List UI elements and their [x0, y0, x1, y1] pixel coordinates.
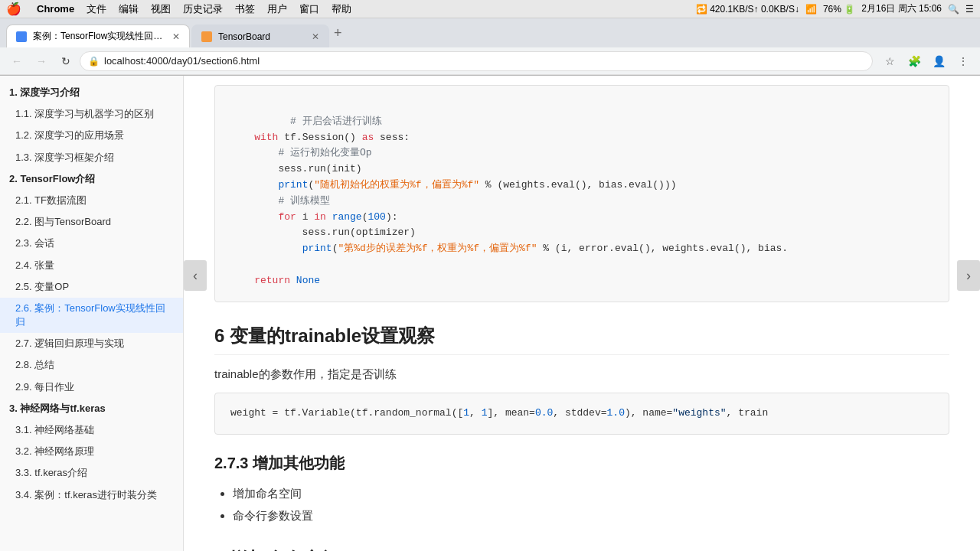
- section6-para: trainable的参数作用，指定是否训练: [214, 364, 949, 384]
- address-bar[interactable]: 🔒 localhost:4000/day01/section6.html: [80, 51, 873, 71]
- back-button[interactable]: ←: [6, 51, 28, 72]
- chrome-menu-icon[interactable]: ⋮: [952, 51, 974, 72]
- menubar-user[interactable]: 用户: [267, 2, 287, 16]
- menubar-bookmark[interactable]: 书签: [235, 2, 255, 16]
- tab-2[interactable]: TensorBoard ✕: [191, 24, 329, 47]
- new-tab-button[interactable]: +: [334, 25, 342, 41]
- sidebar-item-s2-7[interactable]: 2.7. 逻辑回归原理与实现: [0, 333, 183, 354]
- sidebar-item-s2-6[interactable]: 2.6. 案例：TensorFlow实现线性回归: [0, 298, 183, 333]
- sidebar-item-s3[interactable]: 3. 神经网络与tf.keras: [0, 398, 183, 419]
- content-area: # 开启会话进行训练 with tf.Session() as sess: # …: [184, 76, 980, 551]
- sidebar-item-s1[interactable]: 1. 深度学习介绍: [0, 82, 183, 103]
- bookmark-star-icon[interactable]: ☆: [879, 51, 900, 72]
- section6-title: 6 变量的trainable设置观察: [214, 324, 949, 355]
- bullet-item-2: 命令行参数设置: [233, 505, 949, 526]
- datetime: 2月16日 周六 15:06: [861, 2, 942, 15]
- sidebar-item-s2-8[interactable]: 2.8. 总结: [0, 354, 183, 376]
- menubar-view[interactable]: 视图: [151, 2, 171, 16]
- sidebar-item-s3-3[interactable]: 3.3. tf.keras介绍: [0, 462, 183, 484]
- tab1-favicon: [16, 31, 27, 42]
- menubar-edit[interactable]: 编辑: [119, 2, 139, 16]
- wifi-icon: 📶: [805, 4, 817, 15]
- sidebar: 1. 深度学习介绍 1.1. 深度学习与机器学习的区别 1.2. 深度学习的应用…: [0, 76, 184, 551]
- network-speed: 🔁 420.1KB/S↑ 0.0KB/S↓: [696, 4, 799, 15]
- control-center-icon[interactable]: ☰: [965, 4, 974, 15]
- prev-arrow[interactable]: ‹: [184, 260, 207, 291]
- reload-button[interactable]: ↻: [55, 51, 77, 72]
- next-arrow[interactable]: ›: [957, 260, 980, 291]
- sidebar-item-s3-4[interactable]: 3.4. 案例：tf.keras进行时装分类: [0, 484, 183, 506]
- menubar-chrome[interactable]: Chrome: [37, 3, 74, 15]
- sidebar-item-s2-9[interactable]: 2.9. 每日作业: [0, 377, 183, 398]
- menubar-help[interactable]: 帮助: [332, 2, 351, 16]
- bullet-item-1: 增加命名空间: [233, 483, 949, 504]
- nav-right-icons: ☆ 🧩 👤 ⋮: [879, 51, 974, 72]
- sidebar-item-s1-3[interactable]: 1.3. 深度学习框架介绍: [0, 147, 183, 168]
- tab2-title: TensorBoard: [218, 31, 305, 42]
- section2-namespace-title: 2 增加命名空间: [214, 547, 949, 551]
- lock-icon: 🔒: [88, 56, 100, 67]
- sidebar-item-s2[interactable]: 2. TensorFlow介绍: [0, 168, 183, 190]
- code-block-2[interactable]: weight = tf.Variable(tf.random_normal([1…: [214, 393, 949, 435]
- bullet-list: 增加命名空间 命令行参数设置: [233, 483, 949, 526]
- code-block-1[interactable]: # 开启会话进行训练 with tf.Session() as sess: # …: [214, 85, 949, 302]
- profile-icon[interactable]: 👤: [928, 51, 949, 72]
- battery-status: 76% 🔋: [823, 4, 855, 15]
- section273-title: 2.7.3 增加其他功能: [214, 453, 949, 474]
- main-layout: 1. 深度学习介绍 1.1. 深度学习与机器学习的区别 1.2. 深度学习的应用…: [0, 76, 980, 551]
- nav-bar: ← → ↻ 🔒 localhost:4000/day01/section6.ht…: [0, 47, 980, 75]
- browser-chrome: 案例：TensorFlow实现线性回归... ✕ TensorBoard ✕ +…: [0, 18, 980, 76]
- sidebar-item-s2-5[interactable]: 2.5. 变量OP: [0, 276, 183, 298]
- sidebar-item-s1-1[interactable]: 1.1. 深度学习与机器学习的区别: [0, 103, 183, 125]
- tab2-favicon: [201, 31, 212, 42]
- tab2-close[interactable]: ✕: [312, 31, 319, 42]
- menubar-status: 🔁 420.1KB/S↑ 0.0KB/S↓ 📶 76% 🔋 2月16日 周六 1…: [696, 2, 974, 15]
- sidebar-item-s3-1[interactable]: 3.1. 神经网络基础: [0, 419, 183, 441]
- tab-1[interactable]: 案例：TensorFlow实现线性回归... ✕: [6, 24, 190, 47]
- menubar-history[interactable]: 历史记录: [183, 2, 223, 16]
- forward-button[interactable]: →: [31, 51, 52, 72]
- sidebar-item-s1-2[interactable]: 1.2. 深度学习的应用场景: [0, 125, 183, 146]
- search-icon[interactable]: 🔍: [948, 4, 959, 15]
- menubar-window[interactable]: 窗口: [299, 2, 319, 16]
- tab-bar: 案例：TensorFlow实现线性回归... ✕ TensorBoard ✕ +: [0, 18, 980, 47]
- menubar: 🍎 Chrome 文件 编辑 视图 历史记录 书签 用户 窗口 帮助 🔁 420…: [0, 0, 980, 18]
- apple-menu[interactable]: 🍎: [6, 2, 21, 16]
- menubar-file[interactable]: 文件: [87, 2, 106, 16]
- address-text: localhost:4000/day01/section6.html: [104, 55, 260, 67]
- sidebar-item-s2-3[interactable]: 2.3. 会话: [0, 233, 183, 254]
- sidebar-item-s2-1[interactable]: 2.1. TF数据流图: [0, 190, 183, 211]
- tab1-close[interactable]: ✕: [172, 31, 180, 42]
- tab1-title: 案例：TensorFlow实现线性回归...: [33, 30, 166, 43]
- extension-icon[interactable]: 🧩: [903, 51, 925, 72]
- sidebar-item-s2-4[interactable]: 2.4. 张量: [0, 255, 183, 276]
- sidebar-item-s2-2[interactable]: 2.2. 图与TensorBoard: [0, 211, 183, 233]
- sidebar-item-s3-2[interactable]: 3.2. 神经网络原理: [0, 441, 183, 462]
